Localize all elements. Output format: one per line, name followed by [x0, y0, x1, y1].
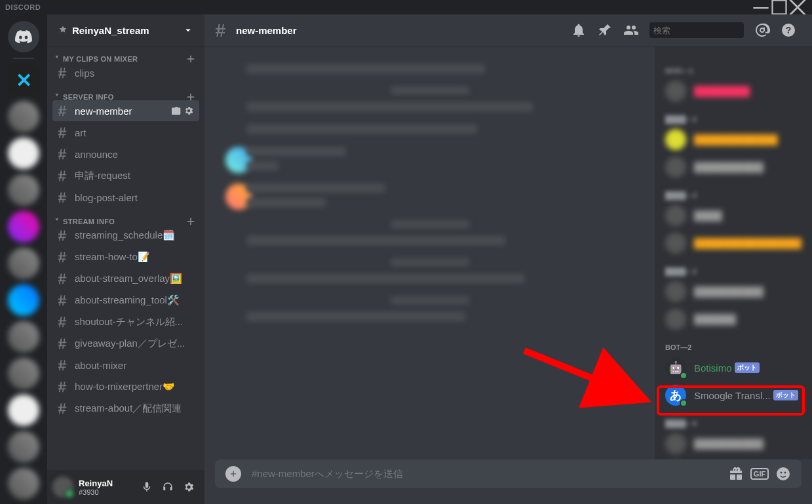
- mute-button[interactable]: [136, 476, 157, 497]
- channel-art[interactable]: art: [52, 122, 199, 143]
- notifications-icon[interactable]: [571, 22, 587, 38]
- svg-point-4: [777, 467, 790, 480]
- server-mixer[interactable]: ✕: [8, 64, 39, 96]
- deafen-button[interactable]: [157, 476, 178, 497]
- message-list: [204, 46, 655, 459]
- member-name: Smoogle Transl...: [694, 390, 771, 401]
- attach-button[interactable]: [225, 466, 241, 482]
- channel-header: new-member ?: [204, 14, 812, 46]
- help-icon[interactable]: ?: [781, 22, 796, 38]
- member-item[interactable]: ████████████: [660, 126, 807, 153]
- hash-icon: [215, 22, 231, 38]
- mentions-icon[interactable]: [754, 22, 770, 38]
- server-item[interactable]: [8, 174, 39, 206]
- search-input[interactable]: [653, 26, 764, 35]
- channel-about-mixer[interactable]: about-mixer: [52, 355, 199, 376]
- members-list: MOD—1 ████████ ████—2 ████████████ █████…: [655, 46, 812, 459]
- member-item[interactable]: ██████████: [660, 153, 807, 181]
- channel-about-stream_overlay[interactable]: about-stream_overlay🖼️: [52, 268, 199, 289]
- user-avatar[interactable]: [52, 476, 73, 497]
- search-box[interactable]: [649, 22, 744, 38]
- input-placeholder: #new-memberへメッセージを送信: [252, 468, 720, 480]
- channel-how-to-mixerpertner[interactable]: how-to-mixerpertner🤝: [52, 376, 199, 397]
- server-item[interactable]: [8, 395, 39, 426]
- close-button[interactable]: [788, 0, 807, 14]
- server-item[interactable]: [8, 138, 39, 169]
- member-item[interactable]: ██████████: [660, 278, 807, 305]
- member-item[interactable]: ████████: [660, 457, 807, 459]
- channel-about-streaming_tool[interactable]: about-streaming_tool🛠️: [52, 290, 199, 311]
- channel-announce[interactable]: announce: [52, 144, 199, 165]
- channel-shoutout-チャンネル紹...[interactable]: shoutout-チャンネル紹...: [52, 311, 199, 332]
- channel-giveaway-plan／プレゼ...[interactable]: giveaway-plan／プレゼ...: [52, 333, 199, 354]
- emoji-button[interactable]: [775, 466, 791, 482]
- member-smoogle[interactable]: あ Smoogle Transl... ボット: [660, 381, 807, 409]
- user-panel: ReinyaN #3930: [47, 470, 204, 504]
- member-category-bot: BOT—2: [660, 333, 807, 354]
- category-header[interactable]: ˅SERVER INFO: [52, 84, 199, 100]
- server-item[interactable]: [8, 431, 39, 463]
- server-header[interactable]: ReinyaN_stream: [47, 14, 204, 46]
- member-item[interactable]: ██████: [660, 305, 807, 333]
- channel-stream-how-to[interactable]: stream-how-to📝: [52, 246, 199, 267]
- member-name: Botisimo: [694, 362, 732, 374]
- svg-rect-1: [773, 1, 786, 14]
- channel-申請-request[interactable]: 申請-request: [52, 165, 199, 186]
- category-header[interactable]: ˅MY CLIPS ON MIXER: [52, 46, 199, 62]
- server-item[interactable]: [8, 211, 39, 242]
- gift-button[interactable]: [728, 466, 744, 482]
- svg-rect-0: [753, 7, 768, 9]
- members-icon[interactable]: [623, 22, 639, 38]
- server-name: ReinyaN_stream: [72, 25, 182, 36]
- channel-blog-post-alert[interactable]: blog-post-alert: [52, 187, 199, 208]
- bot-badge: ボット: [735, 362, 760, 373]
- message-input[interactable]: #new-memberへメッセージを送信 GIF: [215, 459, 802, 488]
- gif-button[interactable]: GIF: [752, 466, 767, 482]
- user-tag: #3930: [79, 488, 136, 496]
- member-item[interactable]: ██████████: [660, 430, 807, 457]
- settings-button[interactable]: [178, 476, 199, 497]
- pinned-icon[interactable]: [597, 22, 613, 38]
- avatar: あ: [665, 385, 686, 406]
- home-button[interactable]: [8, 21, 39, 52]
- category-header[interactable]: ˅STREAM INFO: [52, 208, 199, 224]
- server-item[interactable]: [8, 248, 39, 279]
- maximize-button[interactable]: [770, 0, 788, 14]
- member-item[interactable]: ████: [660, 202, 807, 229]
- svg-point-5: [781, 472, 783, 474]
- avatar: [665, 357, 686, 378]
- channel-stream-about／配信関連[interactable]: stream-about／配信関連: [52, 398, 199, 419]
- user-name: ReinyaN: [79, 478, 136, 488]
- channel-list: ˅MY CLIPS ON MIXERclips˅SERVER INFOnew-m…: [47, 46, 204, 470]
- member-botisimo[interactable]: Botisimo ボット: [660, 354, 807, 381]
- channel-title: new-member: [236, 25, 566, 36]
- server-item[interactable]: [8, 358, 39, 389]
- channel-new-member[interactable]: new-member: [52, 100, 199, 121]
- app-name: DISCORD: [5, 3, 41, 11]
- chevron-down-icon: [182, 24, 194, 36]
- bot-badge: ボット: [773, 390, 798, 400]
- server-item[interactable]: [8, 468, 39, 499]
- boost-icon: [58, 25, 68, 35]
- member-item[interactable]: ████████: [660, 77, 807, 105]
- server-item[interactable]: [8, 284, 39, 316]
- channel-streaming_schedule[interactable]: streaming_schedule🗓️: [52, 225, 199, 246]
- server-item[interactable]: [8, 101, 39, 132]
- server-list: ✕: [0, 14, 47, 504]
- channel-clips[interactable]: clips: [52, 62, 199, 83]
- member-item[interactable]: ████████████████: [660, 229, 807, 257]
- svg-text:?: ?: [786, 25, 792, 35]
- server-item[interactable]: [8, 321, 39, 353]
- svg-point-6: [784, 472, 786, 474]
- minimize-button[interactable]: [752, 0, 770, 14]
